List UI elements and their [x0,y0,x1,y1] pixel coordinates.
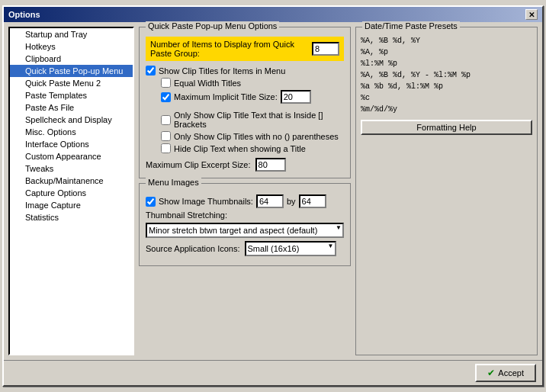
close-button[interactable]: ✕ [525,9,538,20]
thumb-stretch-select[interactable]: Minor stretch btwn target and aspect (de… [146,223,344,238]
datetime-panel: Date/Time Paste Presets %A, %B %d, %Y%A,… [355,27,538,355]
main-area: Quick Paste Pop-up Menu Options Number o… [139,27,538,355]
sidebar-item[interactable]: Interface Options [10,138,133,150]
only-no-parens-row: Only Show Clip Titles with no () parenth… [146,131,344,141]
menu-images-title: Menu Images [146,178,201,187]
num-items-row: Number of Items to Display from Quick Pa… [146,37,344,61]
quick-paste-title: Quick Paste Pop-up Menu Options [146,21,279,31]
equal-width-check[interactable] [161,78,171,88]
accept-button[interactable]: ✔ Accept [475,364,536,382]
datetime-preset-item: %a %b %d, %l:%M %p [361,81,532,92]
max-implicit-check[interactable] [161,92,171,102]
accept-checkmark-icon: ✔ [487,368,495,378]
title-bar: Options ✕ [4,7,542,22]
only-brackets-check[interactable] [161,115,171,125]
center-panels: Quick Paste Pop-up Menu Options Number o… [139,27,351,355]
sidebar-item[interactable]: Custom Appearance [10,150,133,162]
max-implicit-input[interactable] [281,90,311,104]
hide-clip-text-check[interactable] [161,143,171,153]
sidebar: Startup and TrayHotkeysClipboardQuick Pa… [8,27,134,355]
sidebar-item[interactable]: Spellcheck and Display [10,114,133,126]
thumb-stretch-select-row: Minor stretch btwn target and aspect (de… [146,223,344,238]
source-icons-select[interactable]: Small (16x16) [245,241,336,256]
formatting-help-button[interactable]: Formatting Help [361,120,532,135]
max-clip-input[interactable] [255,158,286,172]
datetime-preset-item: %A, %B %d, %Y - %l:%M %p [361,69,532,81]
show-clip-titles-row: Show Clip Titles for Items in Menu [146,66,344,76]
show-thumbnails-check[interactable] [146,197,156,207]
sidebar-item[interactable]: Image Capture [10,199,133,211]
menu-images-panel: Menu Images Show Image Thumbnails: by [139,183,351,266]
datetime-preset-item: %A, %B %d, %Y [361,35,532,47]
only-no-parens-label: Only Show Clip Titles with no () parenth… [174,132,339,141]
equal-width-label: Equal Width Titles [174,79,241,88]
sidebar-item[interactable]: Clipboard [10,53,133,65]
window-title: Options [8,10,40,19]
max-clip-label: Maximum Clip Excerpt Size: [146,160,251,169]
options-window: Options ✕ Startup and TrayHotkeysClipboa… [2,5,544,387]
num-items-input[interactable] [312,42,339,56]
bottom-bar: ✔ Accept [4,360,542,385]
datetime-preset-item: %l:%M %p [361,58,532,69]
sidebar-item[interactable]: Paste Templates [10,89,133,101]
show-thumbnails-row: Show Image Thumbnails: by [146,194,344,208]
source-icons-wrapper: Small (16x16) [245,241,336,256]
quick-paste-content: Number of Items to Display from Quick Pa… [146,37,344,172]
datetime-preset-item: %m/%d/%y [361,104,532,115]
sidebar-item[interactable]: Quick Paste Pop-up Menu [10,65,133,77]
sidebar-item[interactable]: Capture Options [10,187,133,199]
sidebar-item[interactable]: Backup/Maintanence [10,175,133,187]
sidebar-item[interactable]: Quick Paste Menu 2 [10,77,133,89]
thumb-stretch-label: Thumbnail Stretching: [146,210,227,220]
menu-images-content: Show Image Thumbnails: by Thumbnail Stre… [146,194,344,256]
show-clip-titles-check[interactable] [146,66,156,76]
hide-clip-text-label: Hide Clip Text when showing a Title [174,144,306,153]
max-clip-row: Maximum Clip Excerpt Size: [146,158,344,172]
window-body: Startup and TrayHotkeysClipboardQuick Pa… [4,22,542,360]
datetime-title: Date/Time Paste Presets [362,21,460,31]
show-thumbnails-label: Show Image Thumbnails: [159,197,253,206]
num-items-label: Number of Items to Display from Quick Pa… [150,40,307,58]
sidebar-item[interactable]: Paste As File [10,101,133,114]
source-icons-label: Source Application Icons: [146,244,240,253]
only-brackets-label: Only Show Clip Title Text that is Inside… [174,111,344,129]
datetime-presets: %A, %B %d, %Y%A, %p%l:%M %p%A, %B %d, %Y… [361,35,532,115]
max-implicit-row: Maximum Implicit Title Size: [146,90,344,104]
accept-label: Accept [498,368,524,378]
sidebar-item[interactable]: Tweaks [10,162,133,175]
thumb-width-input[interactable] [256,194,284,208]
thumb-height-input[interactable] [299,194,326,208]
datetime-preset-item: %c [361,92,532,104]
sidebar-item[interactable]: Startup and Tray [10,28,133,40]
quick-paste-panel: Quick Paste Pop-up Menu Options Number o… [139,27,351,178]
only-brackets-row: Only Show Clip Title Text that is Inside… [146,111,344,129]
sidebar-item[interactable]: Hotkeys [10,40,133,53]
max-implicit-label: Maximum Implicit Title Size: [174,92,278,101]
equal-width-row: Equal Width Titles [146,78,344,88]
source-icons-row: Source Application Icons: Small (16x16) [146,241,344,256]
sidebar-item[interactable]: Misc. Options [10,126,133,138]
thumb-by-label: by [287,197,296,206]
show-clip-titles-label: Show Clip Titles for Items in Menu [159,66,285,76]
only-no-parens-check[interactable] [161,131,171,141]
hide-clip-text-row: Hide Clip Text when showing a Title [146,143,344,153]
datetime-preset-item: %A, %p [361,47,532,58]
sidebar-item[interactable]: Statistics [10,211,133,223]
thumb-stretch-row: Thumbnail Stretching: [146,210,344,220]
thumb-stretch-wrapper: Minor stretch btwn target and aspect (de… [146,223,344,238]
